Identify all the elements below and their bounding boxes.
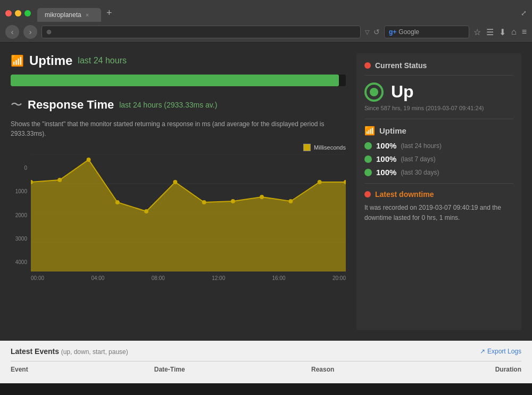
uptime-pct-2: 100%	[376, 154, 396, 163]
browser-chrome: mikroplaneta × + ⤢ ‹ › ⊕ ▽ ↺ g+ Google ☆…	[0, 0, 532, 43]
search-label: Google	[398, 28, 419, 36]
status-up-inner-dot	[370, 88, 378, 96]
uptime-stats-title: Uptime	[379, 126, 406, 135]
browser-toolbar: ‹ › ⊕ ▽ ↺ g+ Google ☆ ☰ ⬇ ⌂ ≡	[0, 22, 532, 42]
status-up-row: Up	[364, 82, 513, 102]
uptime-row-3: 100% (last 30 days)	[364, 168, 513, 177]
status-since-text: Since 587 hrs, 19 mins (2019-03-07 09:41…	[364, 105, 513, 111]
uptime-row-2: 100% (last 7 days)	[364, 154, 513, 163]
active-tab[interactable]: mikroplaneta ×	[37, 8, 101, 22]
refresh-button[interactable]: ↺	[373, 28, 380, 36]
expand-icon[interactable]: ⤢	[521, 9, 527, 17]
svg-point-9	[115, 200, 120, 204]
reader-icon[interactable]: ☰	[486, 27, 494, 37]
new-tab-button[interactable]: +	[101, 4, 118, 22]
svg-point-11	[173, 180, 177, 184]
response-subtitle: last 24 hours (2933.33ms av.)	[119, 101, 217, 109]
uptime-pct-3: 100%	[376, 168, 396, 177]
maximize-button[interactable]	[24, 10, 31, 17]
current-status-header: Current Status	[364, 61, 513, 76]
response-title: Response Time	[28, 98, 114, 112]
uptime-green-dot-1	[364, 142, 372, 150]
address-bar[interactable]: ⊕	[41, 26, 361, 38]
left-panel: 📶 Uptime last 24 hours 〜 Response Time l…	[11, 53, 346, 330]
page-content: 📶 Uptime last 24 hours 〜 Response Time l…	[0, 43, 532, 341]
legend-color-box	[303, 144, 311, 151]
current-status-title: Current Status	[375, 61, 427, 70]
uptime-bar-container	[11, 75, 346, 86]
svg-point-7	[57, 178, 62, 182]
svg-marker-5	[31, 160, 346, 271]
chart-svg	[31, 154, 346, 271]
legend-label: Milliseconds	[314, 144, 346, 151]
response-description: Shows the "instant" that the monitor sta…	[11, 119, 346, 138]
uptime-stats-bar-icon: 📶	[364, 126, 375, 136]
uptime-period-3: (last 30 days)	[401, 169, 439, 176]
close-button[interactable]	[5, 10, 12, 17]
traffic-lights	[5, 10, 31, 17]
uptime-pct-1: 100%	[376, 141, 396, 150]
current-status-icon	[364, 62, 371, 69]
svg-point-10	[144, 209, 148, 213]
google-icon: g+	[389, 28, 396, 36]
status-up-label: Up	[391, 82, 414, 102]
response-icon: 〜	[11, 97, 22, 113]
menu-icon[interactable]: ≡	[522, 27, 527, 37]
response-section-header: 〜 Response Time last 24 hours (2933.33ms…	[11, 97, 346, 113]
uptime-subtitle: last 24 hours	[78, 56, 127, 65]
uptime-green-dot-2	[364, 155, 372, 163]
right-panel: Current Status Up Since 587 hrs, 19 mins…	[356, 53, 521, 330]
chart-svg-area: 00:00 04:00 08:00 12:00 16:00 20:00	[31, 154, 346, 281]
download-icon[interactable]: ⬇	[499, 27, 506, 37]
home-icon[interactable]: ⌂	[511, 27, 517, 37]
tab-label: mikroplaneta	[45, 11, 81, 19]
col-event: Event	[11, 366, 102, 373]
uptime-stats-header: 📶 Uptime	[364, 126, 513, 136]
svg-point-8	[87, 158, 91, 162]
export-icon: ↗	[480, 348, 485, 355]
table-header: Event Date-Time Reason Duration	[11, 361, 521, 373]
status-up-icon	[364, 83, 384, 102]
uptime-bar-fill	[11, 75, 339, 86]
minimize-button[interactable]	[15, 10, 21, 17]
bottom-panel: Latest Events (up, down, start, pause) ↗…	[0, 341, 532, 383]
latest-downtime-title: Latest downtime	[375, 190, 434, 199]
back-button[interactable]: ‹	[5, 25, 19, 39]
downtime-dot-icon	[364, 191, 371, 198]
latest-events-title-group: Latest Events (up, down, start, pause)	[11, 347, 128, 356]
uptime-row-1: 100% (last 24 hours)	[364, 141, 513, 150]
tab-close-icon[interactable]: ×	[86, 12, 89, 18]
svg-point-16	[318, 180, 322, 184]
svg-point-12	[202, 200, 206, 204]
export-logs-button[interactable]: ↗ Export Logs	[480, 348, 521, 355]
chart-legend: Milliseconds	[11, 144, 346, 151]
x-axis-labels: 00:00 04:00 08:00 12:00 16:00 20:00	[31, 275, 346, 281]
y-axis-labels: 4000 3000 2000 1000 0	[11, 165, 29, 265]
forward-button[interactable]: ›	[23, 25, 37, 39]
uptime-bar-icon: 📶	[11, 54, 24, 67]
col-duration: Duration	[408, 366, 521, 373]
latest-downtime-header: Latest downtime	[364, 190, 513, 199]
uptime-green-dot-3	[364, 169, 372, 176]
latest-events-header: Latest Events (up, down, start, pause) ↗…	[11, 347, 521, 356]
uptime-section-header: 📶 Uptime last 24 hours	[11, 53, 346, 68]
latest-events-title: Latest Events	[11, 347, 59, 356]
svg-point-14	[260, 195, 264, 199]
chart-container: Milliseconds 4000 3000 2000 1000 0	[11, 144, 346, 281]
toolbar-icons: ☆ ☰ ⬇ ⌂ ≡	[473, 27, 527, 37]
bookmark-icon[interactable]: ☆	[473, 27, 481, 37]
export-label: Export Logs	[487, 348, 521, 355]
col-reason: Reason	[238, 366, 408, 373]
tab-bar: mikroplaneta × +	[37, 4, 521, 22]
latest-events-subtitle: (up, down, start, pause)	[61, 348, 128, 356]
uptime-period-2: (last 7 days)	[401, 155, 435, 163]
search-box[interactable]: g+ Google	[384, 26, 469, 38]
svg-point-13	[231, 199, 235, 203]
downtime-text: It was recorded on 2019-03-07 09:40:19 a…	[364, 203, 513, 223]
svg-point-15	[288, 199, 293, 203]
uptime-title: Uptime	[29, 53, 72, 68]
uptime-period-1: (last 24 hours)	[401, 142, 442, 150]
col-datetime: Date-Time	[102, 366, 238, 373]
